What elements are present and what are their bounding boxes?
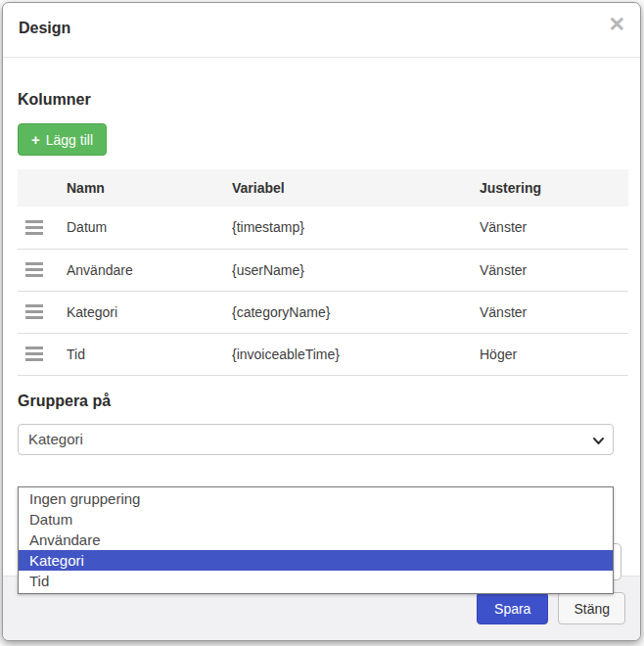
cell-name: Datum bbox=[67, 207, 232, 249]
cell-alignment: Vänster bbox=[480, 207, 628, 249]
table-row: Användare {userName} Vänster bbox=[18, 249, 628, 291]
dropdown-option[interactable]: Användare bbox=[19, 530, 613, 550]
grouping-section-heading: Gruppera på bbox=[18, 392, 625, 410]
table-row: Kategori {categoryName} Vänster bbox=[18, 291, 628, 333]
grouping-dropdown-list: Ingen gruppering Datum Användare Kategor… bbox=[18, 486, 614, 594]
save-button[interactable]: Spara bbox=[477, 592, 548, 624]
dropdown-option[interactable]: Tid bbox=[19, 571, 613, 591]
close-button[interactable]: Stäng bbox=[558, 592, 625, 624]
columns-section-heading: Kolumner bbox=[18, 90, 625, 109]
close-icon[interactable]: ✕ bbox=[608, 14, 625, 34]
cell-variable: {invoiceableTime} bbox=[232, 333, 480, 375]
cell-variable: {userName} bbox=[232, 249, 480, 291]
dropdown-option[interactable]: Ingen gruppering bbox=[19, 488, 613, 509]
column-header-namn: Namn bbox=[67, 169, 232, 207]
add-column-button[interactable]: + Lägg till bbox=[18, 123, 107, 156]
grouping-select-value: Kategori bbox=[28, 431, 83, 447]
dropdown-option-selected[interactable]: Kategori bbox=[19, 550, 613, 571]
columns-table: Namn Variabel Justering Datum {timestamp… bbox=[18, 169, 628, 376]
add-column-label: Lägg till bbox=[46, 132, 93, 148]
cell-variable: {timestamp} bbox=[232, 207, 480, 249]
table-row: Datum {timestamp} Vänster bbox=[18, 207, 628, 249]
column-header-variabel: Variabel bbox=[232, 169, 480, 207]
cell-name: Kategori bbox=[67, 291, 232, 333]
drag-handle-icon[interactable] bbox=[25, 220, 43, 235]
cell-variable: {categoryName} bbox=[232, 291, 480, 333]
cell-alignment: Höger bbox=[480, 333, 628, 375]
design-modal: Design ✕ Kolumner + Lägg till Namn Varia… bbox=[2, 2, 641, 641]
cell-alignment: Vänster bbox=[480, 249, 628, 291]
plus-icon: + bbox=[31, 131, 40, 148]
drag-handle-icon[interactable] bbox=[25, 346, 43, 361]
cell-name: Användare bbox=[67, 249, 232, 291]
cell-name: Tid bbox=[67, 333, 232, 375]
dropdown-option[interactable]: Datum bbox=[19, 509, 613, 530]
drag-handle-icon[interactable] bbox=[25, 262, 43, 277]
drag-handle-icon[interactable] bbox=[25, 304, 43, 319]
cell-alignment: Vänster bbox=[480, 291, 628, 333]
column-header-justering: Justering bbox=[480, 169, 628, 207]
handle-column-header bbox=[18, 169, 67, 207]
modal-body: Kolumner + Lägg till Namn Variabel Juste… bbox=[3, 90, 640, 455]
modal-header: Design ✕ bbox=[3, 3, 640, 58]
chevron-down-icon bbox=[592, 434, 605, 450]
grouping-select[interactable]: Kategori bbox=[18, 424, 614, 455]
table-header-row: Namn Variabel Justering bbox=[18, 169, 628, 207]
modal-title: Design bbox=[19, 20, 624, 37]
table-row: Tid {invoiceableTime} Höger bbox=[18, 333, 628, 375]
